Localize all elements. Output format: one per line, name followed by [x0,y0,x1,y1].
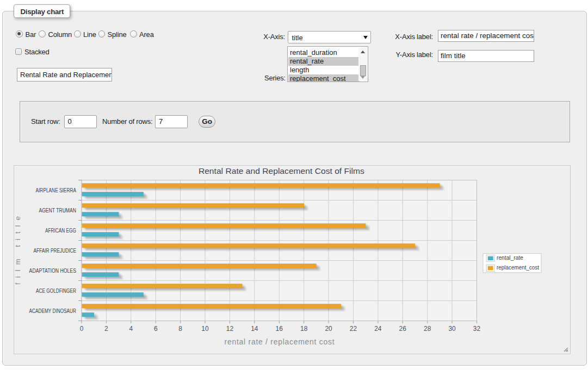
svg-text:20: 20 [325,325,332,333]
svg-text:24: 24 [374,325,382,333]
svg-text:ACE GOLDFINGER: ACE GOLDFINGER [36,288,76,294]
svg-text:Rental Rate and Replacement Co: Rental Rate and Replacement Cost of Film… [199,166,364,175]
svg-text:28: 28 [424,325,431,333]
svg-text:replacement_cost: replacement_cost [497,264,539,271]
svg-text:4: 4 [129,325,133,333]
svg-text:ADAPTATION HOLES: ADAPTATION HOLES [29,268,77,274]
svg-text:6: 6 [154,325,158,333]
svg-text:16: 16 [276,325,283,333]
svg-text:10: 10 [201,325,209,333]
svg-text:2: 2 [104,325,108,333]
svg-text:26: 26 [399,325,407,333]
svg-text:22: 22 [350,325,357,333]
svg-text:AFFAIR PREJUDICE: AFFAIR PREJUDICE [34,248,77,254]
svg-text:32: 32 [473,325,481,333]
svg-text:14: 14 [251,325,258,333]
svg-text:rental_rate: rental_rate [497,254,523,261]
svg-text:12: 12 [226,325,234,333]
svg-text:rental rate / replacement cost: rental rate / replacement cost [225,337,335,346]
svg-text:ACADEMY DINOSAUR: ACADEMY DINOSAUR [29,308,76,314]
svg-text:30: 30 [448,325,456,333]
svg-text:0: 0 [80,325,84,333]
svg-text:8: 8 [178,325,182,333]
svg-text:film title: film title [14,216,22,285]
svg-text:18: 18 [300,325,308,333]
svg-text:AGENT TRUMAN: AGENT TRUMAN [39,208,76,214]
svg-text:AIRPLANE SIERRA: AIRPLANE SIERRA [36,187,77,193]
svg-text:AFRICAN EGG: AFRICAN EGG [45,228,76,234]
